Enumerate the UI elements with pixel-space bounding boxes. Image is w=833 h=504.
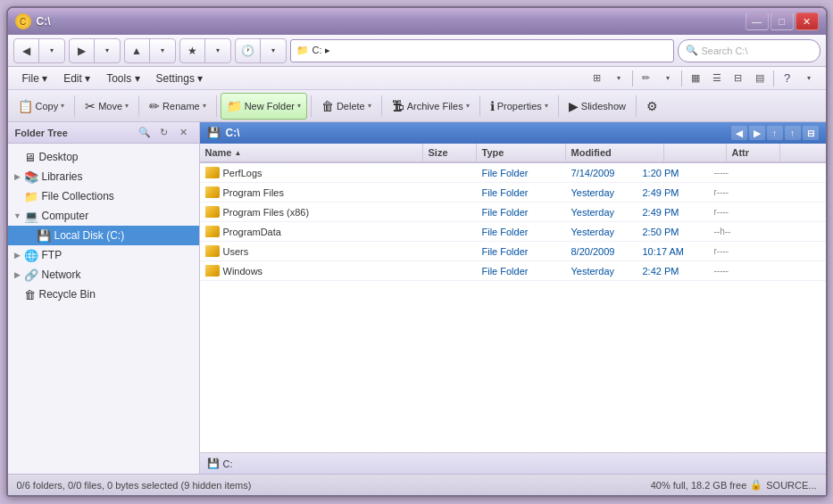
sidebar-item-desktop[interactable]: 🖥 Desktop [8,147,199,167]
sep7 [558,95,559,117]
back-forward-group: ◀ ▾ [13,38,65,63]
favorites-button[interactable]: ★ [180,38,205,63]
menu-file[interactable]: File ▾ [15,70,55,87]
copy-icon: 📋 [18,99,33,113]
type-cell: File Folder [477,187,566,198]
new-folder-dropdown-arrow[interactable]: ▾ [297,102,301,110]
computer-icon: 💻 [24,210,38,223]
archive-button[interactable]: 🗜 Archive Files ▾ [386,93,476,120]
nav-more[interactable]: ⊟ [803,126,819,140]
expand-icon: ▼ [12,211,24,220]
favorites-group: ★ ▾ [179,38,231,63]
libraries-folder-icon: 📚 [24,170,38,184]
time-cell: 2:49 PM [637,207,709,218]
sidebar-item-computer[interactable]: ▼ 💻 Computer [8,206,199,226]
file-row[interactable]: PerfLogs File Folder 7/14/2009 1:20 PM -… [200,163,826,183]
col-header-size[interactable]: Size [423,144,477,161]
file-row[interactable]: ProgramData File Folder Yesterday 2:50 P… [200,222,826,242]
forward-dropdown[interactable]: ▾ [95,38,120,63]
sidebar-title: Folder Tree [15,128,133,138]
forward-button[interactable]: ▶ [70,38,95,63]
modified-cell: 7/14/2009 [566,168,637,178]
menu-tools[interactable]: Tools ▾ [99,70,146,87]
help-button[interactable]: ? [778,69,797,88]
sidebar-item-libraries[interactable]: ▶ 📚 Libraries [8,167,199,186]
rename-dropdown-arrow[interactable]: ▾ [203,102,206,110]
view-mode1[interactable]: ▦ [686,69,705,88]
view-thumbnails[interactable]: ⊞ [587,69,607,88]
view-mode3[interactable]: ⊟ [729,69,748,88]
edit-icon[interactable]: ✏ [637,69,656,88]
edit-dropdown[interactable]: ▾ [658,69,678,88]
history-dropdown[interactable]: ▾ [261,38,286,63]
sidebar-item-network[interactable]: ▶ 🔗 Network [8,265,199,285]
menu-settings[interactable]: Settings ▾ [149,70,211,87]
view-mode2[interactable]: ☰ [707,69,727,88]
attr-cell: ----- [709,168,762,178]
back-dropdown[interactable]: ▾ [39,38,64,63]
sidebar-item-local-disk[interactable]: 💾 Local Disk (C:) [8,226,199,245]
sidebar-search-button[interactable]: 🔍 [137,125,153,141]
file-row[interactable]: Program Files (x86) File Folder Yesterda… [200,202,826,222]
expand-icon: ▶ [12,251,24,260]
search-bar[interactable]: 🔍 Search C:\ [678,39,821,62]
nav-up[interactable]: ↑ [785,126,801,140]
col-header-type[interactable]: Type [477,144,566,161]
move-dropdown-arrow[interactable]: ▾ [125,102,129,110]
minimize-button[interactable]: — [746,12,769,30]
file-collections-icon: 📁 [24,190,38,203]
sidebar-item-recycle-bin[interactable]: 🗑 Recycle Bin [8,285,199,304]
archive-dropdown-arrow[interactable]: ▾ [466,102,470,110]
main-content: Folder Tree 🔍 ↻ ✕ 🖥 Desktop ▶ 📚 Librarie… [8,122,826,474]
file-row[interactable]: Users File Folder 8/20/2009 10:17 AM r--… [200,242,826,261]
file-row[interactable]: Program Files File Folder Yesterday 2:49… [200,183,826,202]
col-header-attr[interactable]: Attr [727,144,780,161]
delete-button[interactable]: 🗑 Delete ▾ [315,93,378,120]
up-dropdown[interactable]: ▾ [150,38,175,63]
maximize-button[interactable]: □ [771,12,794,30]
file-list: PerfLogs File Folder 7/14/2009 1:20 PM -… [200,163,826,452]
new-folder-button[interactable]: 📁 New Folder ▾ [221,93,307,120]
sidebar-item-ftp[interactable]: ▶ 🌐 FTP [8,245,199,265]
sidebar-action-button[interactable]: ↻ [156,125,172,141]
copy-button[interactable]: 📋 Copy ▾ [12,93,71,120]
time-cell: 10:17 AM [637,246,709,257]
nav-right[interactable]: ▶ [749,126,765,140]
col-header-modified[interactable]: Modified [566,144,664,161]
folder-icon [205,265,220,277]
nav-refresh[interactable]: ↑ [767,126,783,140]
file-row[interactable]: Windows File Folder Yesterday 2:42 PM --… [200,261,826,281]
col-header-time[interactable] [664,144,727,161]
slideshow-button[interactable]: ▶ Slideshow [562,93,632,120]
copy-dropdown-arrow[interactable]: ▾ [61,102,64,110]
path-item[interactable]: 💾 C: [207,458,233,469]
col-header-name[interactable]: Name ▲ [200,144,423,161]
forward-group: ▶ ▾ [69,38,121,63]
sidebar: Folder Tree 🔍 ↻ ✕ 🖥 Desktop ▶ 📚 Librarie… [8,122,200,474]
delete-dropdown-arrow[interactable]: ▾ [368,102,371,110]
back-button[interactable]: ◀ [14,38,39,63]
move-icon: ✂ [85,99,96,113]
address-bar[interactable]: 📁 C: ▸ [290,39,674,62]
help-dropdown[interactable]: ▾ [799,69,819,88]
sidebar-item-file-collections[interactable]: 📁 File Collections [8,186,199,206]
menu-edit[interactable]: Edit ▾ [56,70,97,87]
up-button[interactable]: ▲ [125,38,150,63]
view-dropdown1[interactable]: ▾ [609,69,629,88]
extra-button[interactable]: ⚙ [640,93,664,120]
view-mode4[interactable]: ▤ [750,69,770,88]
properties-dropdown-arrow[interactable]: ▾ [545,102,548,110]
nav-left[interactable]: ◀ [731,126,747,140]
rename-button[interactable]: ✏ Rename ▾ [143,93,212,120]
move-button[interactable]: ✂ Move ▾ [79,93,135,120]
favorites-dropdown[interactable]: ▾ [205,38,230,63]
close-button[interactable]: ✕ [796,12,819,30]
modified-cell: Yesterday [566,227,637,237]
recycle-bin-icon: 🗑 [24,288,36,302]
extra-icon: ⚙ [646,99,658,113]
sidebar-close-button[interactable]: ✕ [176,125,192,141]
path-drive-icon: 💾 [207,458,220,469]
properties-button[interactable]: ℹ Properties ▾ [484,93,554,120]
type-cell: File Folder [477,266,566,277]
history-button[interactable]: 🕐 [236,38,261,63]
